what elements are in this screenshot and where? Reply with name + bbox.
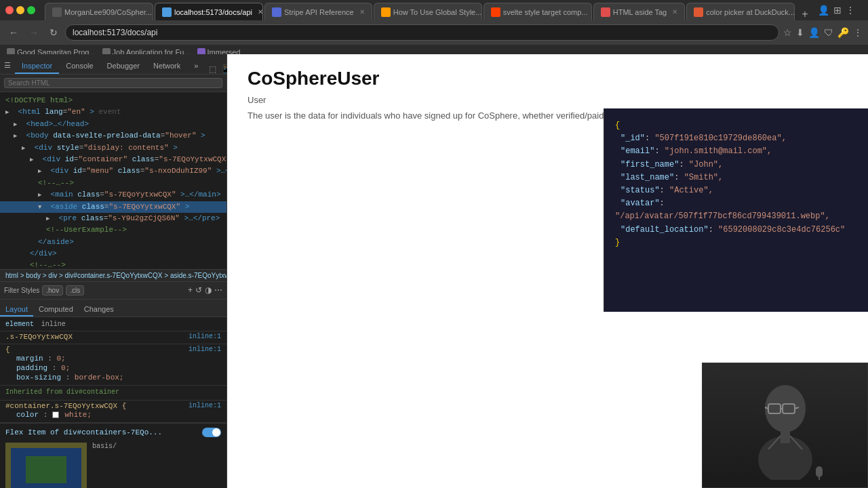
html-line-div-close[interactable]: </div> xyxy=(0,248,226,260)
toggle-thumb xyxy=(212,428,220,436)
expand-icon[interactable]: ▶ xyxy=(14,132,22,141)
tab-close-icon[interactable]: ✕ xyxy=(258,8,263,16)
tab-favicon xyxy=(601,7,610,17)
tab-close-icon[interactable]: ✕ xyxy=(672,8,677,16)
main-layout: ☰ Inspector Console Debugger Network » ⬚… xyxy=(0,54,868,488)
filter-hov-button[interactable]: .hov xyxy=(42,285,63,296)
add-style-button[interactable]: + xyxy=(188,285,193,295)
bookmark-icon[interactable]: ☆ xyxy=(783,27,792,38)
tab-stripe[interactable]: Stripe API Reference ✕ xyxy=(264,3,372,20)
flex-item-label: Flex Item of div#containers-7EQo... xyxy=(5,428,162,436)
prop-value: white; xyxy=(64,411,92,419)
expand-icon[interactable]: ▶ xyxy=(38,167,46,176)
lower-tab-computed[interactable]: Computed xyxy=(33,303,79,317)
menu-tag: <div xyxy=(51,167,68,175)
reload-button[interactable]: ↻ xyxy=(46,26,61,39)
tab-console[interactable]: Console xyxy=(59,59,100,74)
profile-icon[interactable]: 👤 xyxy=(818,5,829,16)
lower-tab-changes[interactable]: Changes xyxy=(79,303,119,317)
tab-favicon xyxy=(491,7,500,17)
profile-avatar-icon[interactable]: 👤 xyxy=(808,27,820,38)
tab-favicon xyxy=(162,7,172,17)
browser-tabs: MorganLee909/CoSpher... ✕ localhost:5173… xyxy=(45,0,814,20)
back-button[interactable]: ← xyxy=(5,26,22,39)
tab-network[interactable]: Network xyxy=(146,59,187,74)
container-tag: <div xyxy=(43,155,60,163)
forward-button[interactable]: → xyxy=(26,26,42,39)
tab-inspector[interactable]: Inspector xyxy=(15,59,59,74)
menu-icon[interactable]: ⋮ xyxy=(846,5,855,16)
html-line-comment1[interactable]: <!--…--> xyxy=(0,178,226,189)
html-tag: <html xyxy=(18,108,41,116)
tab-duckduck[interactable]: color picker at DuckDuck... ✕ xyxy=(686,3,795,20)
html-line-container[interactable]: ▶ <div id="container" class="s-7EQoYytxw… xyxy=(0,154,226,165)
html-line-html[interactable]: ▶ <html lang="en" > event xyxy=(0,106,226,118)
color-scheme-button[interactable]: ◑ xyxy=(205,285,212,295)
webcam-overlay xyxy=(702,363,868,488)
css-selector-text: .s-7EQoYytxwCQX xyxy=(5,333,73,341)
protonpass-icon[interactable]: 🔑 xyxy=(837,27,849,38)
tab-close-icon[interactable]: ✕ xyxy=(359,8,365,16)
html-line-main[interactable]: ▶ <main class="s-7EQoYytxwCQX" >…</main> xyxy=(0,189,226,201)
css-selector-text: { xyxy=(5,346,10,354)
tab-inspector-label: Inspector xyxy=(22,62,52,70)
attr-svelte: data-svelte-preload-data xyxy=(53,131,160,140)
html-line-pre[interactable]: ▶ <pre class="s-Y9u2gzCjQS6N" >…</pre> xyxy=(0,213,226,224)
html-line-user-example[interactable]: <!--UserExample--> xyxy=(0,224,226,236)
expand-aside-icon[interactable]: ▼ xyxy=(38,203,46,212)
element-rule-section: element inline xyxy=(0,317,226,331)
pick-element-button[interactable]: ⬚ xyxy=(209,64,216,74)
more-icon[interactable]: ⋮ xyxy=(853,27,863,38)
box-model-diagram xyxy=(5,443,87,489)
head-tag: <head>…</head> xyxy=(26,120,89,128)
html-line-body[interactable]: ▶ <body data-svelte-preload-data="hover"… xyxy=(0,130,226,142)
more-style-button[interactable]: ⋯ xyxy=(214,285,222,295)
prop-name: padding xyxy=(16,364,47,372)
html-line-aside[interactable]: ▼ <aside class="s-7EQoYytxwCQX" > xyxy=(0,201,226,213)
download-icon[interactable]: ⬇ xyxy=(796,27,804,38)
lower-tab-layout[interactable]: Layout xyxy=(0,303,33,317)
refresh-style-button[interactable]: ↺ xyxy=(195,285,202,295)
devtools-panel: ☰ Inspector Console Debugger Network » ⬚… xyxy=(0,54,227,488)
html-line-head[interactable]: ▶ <head>…</head> xyxy=(0,119,226,130)
minimize-button[interactable] xyxy=(16,6,24,14)
tab-github[interactable]: MorganLee909/CoSpher... ✕ xyxy=(45,3,153,20)
expand-icon[interactable]: ▶ xyxy=(5,108,14,117)
html-line-doctype[interactable]: <!DOCTYPE html> xyxy=(0,95,226,106)
html-line-div-contents[interactable]: ▶ <div style="display: contents" > xyxy=(0,142,226,154)
json-field-location: "default_location": "6592008029c8c3e4dc7… xyxy=(620,225,845,235)
expand-icon[interactable]: ▶ xyxy=(22,144,30,153)
event-badge[interactable]: event xyxy=(98,108,121,116)
search-html-input[interactable] xyxy=(4,78,222,88)
tab-howto[interactable]: How To Use Global Style... ✕ xyxy=(374,3,482,20)
tab-localhost[interactable]: localhost:5173/docs/api ✕ xyxy=(155,3,263,20)
tab-debugger[interactable]: Debugger xyxy=(100,59,146,74)
extensions-icon[interactable]: ⊞ xyxy=(833,5,842,16)
api-title: CoSphereUser xyxy=(248,68,848,89)
json-field-id: "_id": "507f191e810c19729de860ea", xyxy=(620,134,787,143)
filter-cls-button[interactable]: .cls xyxy=(66,285,84,296)
div-close-tag: </div> xyxy=(30,249,57,258)
html-line-menu[interactable]: ▶ <div id="menu" class="s-nxoDduhIZ99" >… xyxy=(0,165,226,177)
devtools-icon-tab[interactable]: ☰ xyxy=(0,58,15,74)
tab-label: color picker at DuckDuck... xyxy=(706,8,795,16)
tab-more[interactable]: » xyxy=(187,59,205,74)
shield-icon[interactable]: 🛡 xyxy=(824,27,833,38)
title-bar: MorganLee909/CoSpher... ✕ localhost:5173… xyxy=(0,0,868,20)
expand-icon[interactable]: ▶ xyxy=(38,191,46,200)
prop-value: 0; xyxy=(56,354,65,363)
tab-html-aside[interactable]: HTML aside Tag ✕ xyxy=(593,3,685,20)
new-tab-button[interactable]: + xyxy=(796,8,813,20)
close-button[interactable] xyxy=(5,6,14,14)
expand-icon[interactable]: ▶ xyxy=(30,156,38,165)
maximize-button[interactable] xyxy=(27,6,35,14)
breadcrumb: html > body > div > div#container.s-7EQo… xyxy=(0,269,226,282)
expand-icon[interactable]: ▶ xyxy=(14,121,22,129)
tab-svelte[interactable]: svelte style target comp... ✕ xyxy=(484,3,592,20)
expand-icon[interactable]: ▶ xyxy=(46,215,54,224)
html-line-aside-close[interactable]: </aside> xyxy=(0,237,226,248)
flex-toggle[interactable] xyxy=(202,428,221,437)
address-bar[interactable]: localhost:5173/docs/api xyxy=(65,24,779,41)
html-line-comment2[interactable]: <!--…--> xyxy=(0,260,226,268)
css-source-text: inline:1 xyxy=(189,346,221,353)
